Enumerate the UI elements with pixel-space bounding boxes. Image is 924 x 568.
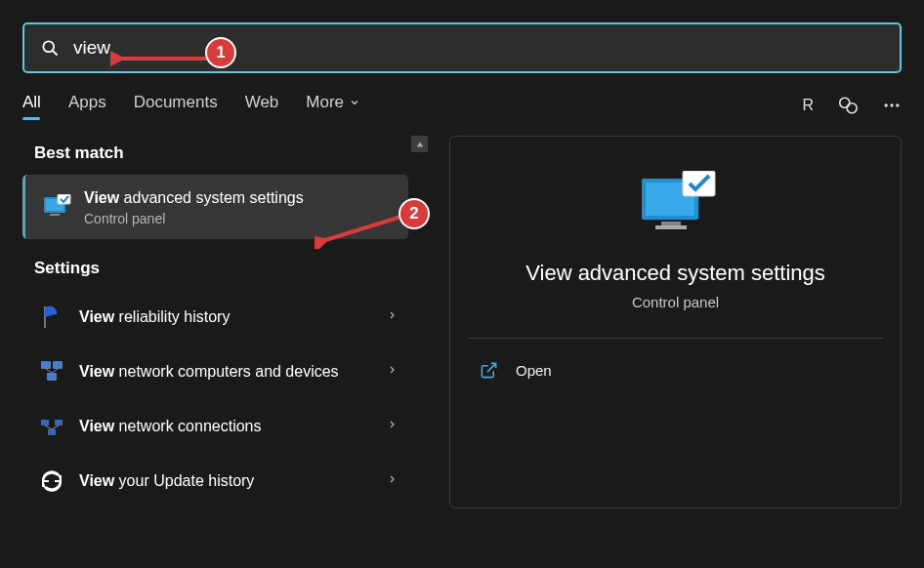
svg-rect-13 — [41, 361, 51, 369]
settings-item-reliability[interactable]: View reliability history — [22, 290, 408, 345]
settings-item-bold: View — [79, 472, 114, 489]
svg-line-17 — [52, 369, 58, 373]
main-content: Best match View advanced system settings… — [0, 136, 924, 508]
connections-icon — [38, 413, 65, 440]
chevron-right-icon — [388, 363, 397, 381]
annotation-badge-2: 2 — [399, 198, 430, 229]
network-icon — [38, 358, 65, 385]
svg-marker-7 — [416, 142, 423, 146]
tab-more[interactable]: More — [306, 93, 360, 118]
svg-point-6 — [896, 103, 899, 106]
settings-item-network-connections[interactable]: View network connections — [22, 399, 408, 454]
tab-apps[interactable]: Apps — [68, 93, 106, 118]
flag-icon — [38, 304, 65, 331]
tab-all[interactable]: All — [22, 93, 41, 118]
svg-point-0 — [43, 41, 54, 52]
control-panel-icon — [41, 191, 72, 223]
top-right-controls: R — [802, 95, 902, 116]
svg-point-4 — [885, 103, 888, 106]
settings-item-rest: reliability history — [114, 308, 230, 325]
svg-line-28 — [487, 363, 496, 372]
settings-item-bold: View — [79, 308, 114, 325]
svg-rect-26 — [655, 225, 687, 229]
svg-line-21 — [45, 426, 52, 429]
best-match-heading: Best match — [22, 136, 428, 175]
user-avatar-letter[interactable]: R — [802, 97, 814, 114]
settings-item-bold: View — [79, 418, 114, 434]
chat-icon[interactable] — [837, 95, 859, 116]
tab-more-label: More — [306, 93, 344, 112]
svg-rect-10 — [50, 214, 60, 216]
svg-line-16 — [46, 369, 52, 373]
results-column: Best match View advanced system settings… — [0, 136, 428, 508]
best-match-bold: View — [84, 189, 119, 206]
svg-rect-18 — [41, 420, 49, 426]
svg-line-32 — [322, 216, 404, 241]
svg-rect-20 — [48, 429, 56, 435]
chevron-down-icon — [349, 97, 360, 108]
more-options-icon[interactable] — [882, 96, 902, 115]
settings-item-network-devices[interactable]: View network computers and devices — [22, 345, 408, 399]
open-external-icon — [480, 361, 498, 380]
open-action-label: Open — [516, 362, 552, 379]
tabs-row: All Apps Documents Web More R — [22, 93, 902, 118]
update-icon — [38, 467, 65, 495]
svg-line-1 — [53, 51, 58, 56]
tab-documents[interactable]: Documents — [134, 93, 218, 118]
svg-point-3 — [847, 103, 857, 113]
settings-item-rest: network connections — [114, 418, 261, 434]
svg-line-22 — [52, 426, 59, 429]
scroll-up-button[interactable] — [411, 136, 428, 152]
open-action[interactable]: Open — [470, 348, 881, 392]
svg-rect-14 — [53, 361, 63, 369]
search-icon — [40, 38, 60, 58]
chevron-right-icon — [388, 472, 397, 490]
svg-rect-15 — [47, 373, 57, 381]
preview-panel: View advanced system settings Control pa… — [449, 136, 902, 508]
settings-heading: Settings — [22, 251, 428, 290]
settings-item-rest: network computers and devices — [114, 363, 338, 380]
settings-item-bold: View — [79, 363, 114, 380]
tab-web[interactable]: Web — [245, 93, 279, 118]
svg-rect-25 — [661, 222, 681, 225]
preview-icon — [470, 171, 881, 239]
annotation-arrow-1 — [110, 47, 218, 70]
settings-item-update-history[interactable]: View your Update history — [22, 454, 408, 508]
divider — [468, 338, 883, 339]
preview-subtitle: Control panel — [470, 294, 881, 310]
svg-rect-19 — [55, 420, 63, 426]
chevron-right-icon — [388, 418, 397, 435]
annotation-arrow-2 — [315, 210, 412, 249]
preview-title: View advanced system settings — [470, 261, 881, 286]
filter-tabs: All Apps Documents Web More — [22, 93, 360, 118]
chevron-right-icon — [388, 308, 397, 326]
svg-point-5 — [890, 103, 893, 106]
best-match-rest: advanced system settings — [119, 189, 304, 206]
annotation-badge-1: 1 — [205, 37, 236, 68]
settings-item-rest: your Update history — [114, 472, 254, 489]
